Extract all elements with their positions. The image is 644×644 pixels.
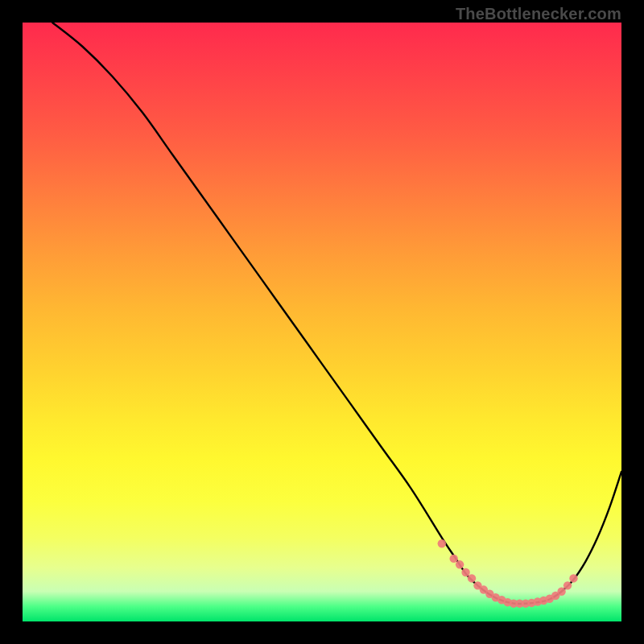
plot-area <box>23 23 621 621</box>
marker-dot <box>461 568 469 576</box>
chart-svg <box>23 23 621 621</box>
marker-dot <box>564 581 572 589</box>
chart-frame: TheBottlenecker.com <box>0 0 644 644</box>
attribution-label: TheBottlenecker.com <box>456 5 621 23</box>
marker-dot <box>569 574 577 582</box>
marker-dot <box>438 539 446 547</box>
marker-dot <box>557 588 565 596</box>
marker-dot <box>468 574 476 582</box>
bottleneck-curve <box>52 23 621 604</box>
highlight-markers <box>438 539 578 608</box>
marker-dot <box>456 560 464 568</box>
marker-dot <box>449 555 457 563</box>
